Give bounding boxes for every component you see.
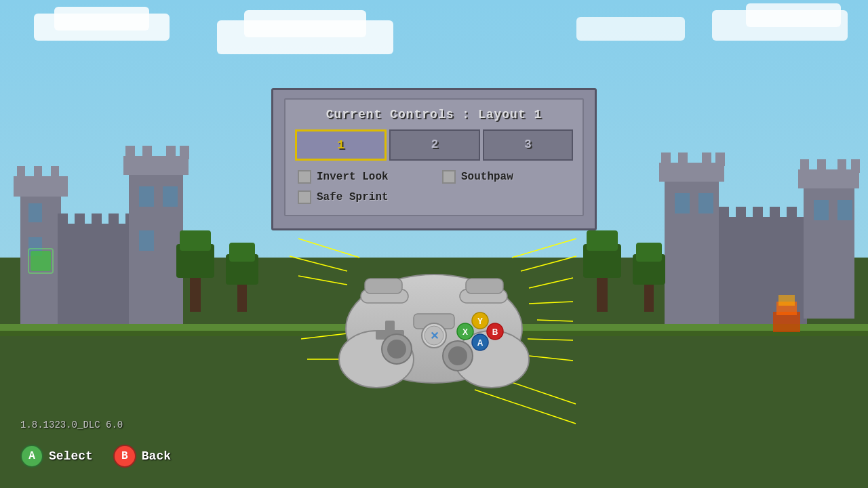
safe-sprint-option[interactable]: Safe Sprint <box>298 190 429 204</box>
invert-look-checkbox[interactable] <box>298 170 311 184</box>
label-drop: Drop <box>580 317 601 327</box>
label-crafting: Crafting <box>580 357 622 367</box>
label-action: Action <box>580 249 612 260</box>
b-button-icon: B <box>113 445 136 468</box>
southpaw-checkbox[interactable] <box>442 170 456 184</box>
tab-layout-2[interactable]: 2 <box>389 129 479 161</box>
bottom-buttons: A Select B Back <box>20 445 171 468</box>
svg-text:A: A <box>477 338 484 348</box>
southpaw-option[interactable]: Southpaw <box>442 170 573 184</box>
label-cycle-held-item-right: Cycle Held Item <box>580 271 659 281</box>
a-button-icon: A <box>20 445 43 468</box>
select-button-item: A Select <box>20 445 93 468</box>
svg-text:X: X <box>462 327 468 337</box>
tab-layout-3[interactable]: 3 <box>483 129 573 161</box>
options-grid: Invert Look Southpaw Safe Sprint <box>295 170 573 204</box>
version-text: 1.8.1323.0_DLC 6.0 <box>20 420 123 430</box>
label-cycle-held-item-left: Cycle Held Item <box>188 270 267 280</box>
svg-text:✕: ✕ <box>430 330 439 342</box>
svg-point-98 <box>448 346 467 365</box>
label-players-invite: Players/Invite <box>192 232 266 242</box>
label-move-sprint: Move/Sprint <box>208 334 267 344</box>
svg-rect-91 <box>365 279 402 293</box>
back-button-item: B Back <box>113 445 171 468</box>
select-button-label[interactable]: Select <box>49 449 93 463</box>
label-jump: Jump <box>580 337 601 347</box>
label-change-camera-mode: Change Camera Mode <box>148 354 243 365</box>
svg-point-96 <box>387 340 406 359</box>
invert-look-option[interactable]: Invert Look <box>298 170 429 184</box>
invert-look-label: Invert Look <box>317 171 389 183</box>
controls-dialog: Current Controls : Layout 1 1 2 3 Invert… <box>271 88 597 230</box>
southpaw-label: Southpaw <box>461 171 513 183</box>
svg-rect-92 <box>466 279 503 293</box>
dialog-inner: Current Controls : Layout 1 1 2 3 Invert… <box>284 98 584 216</box>
label-sneak-dismount: Sneak/Dismount <box>580 419 654 429</box>
tab-layout-1[interactable]: 1 <box>295 129 387 161</box>
svg-text:Y: Y <box>477 317 483 326</box>
controller-diagram: ✕ Y A B X <box>332 241 536 390</box>
label-look: Look <box>580 400 601 410</box>
back-button-label[interactable]: Back <box>142 449 171 463</box>
layout-tabs: 1 2 3 <box>295 129 573 161</box>
safe-sprint-label: Safe Sprint <box>317 191 389 203</box>
svg-text:B: B <box>492 327 498 337</box>
safe-sprint-checkbox[interactable] <box>298 190 311 204</box>
dialog-title: Current Controls : Layout 1 <box>295 108 573 121</box>
label-inventory: Inventory <box>580 297 627 307</box>
label-pause: Pause <box>580 232 606 242</box>
label-use: Use <box>269 251 284 261</box>
